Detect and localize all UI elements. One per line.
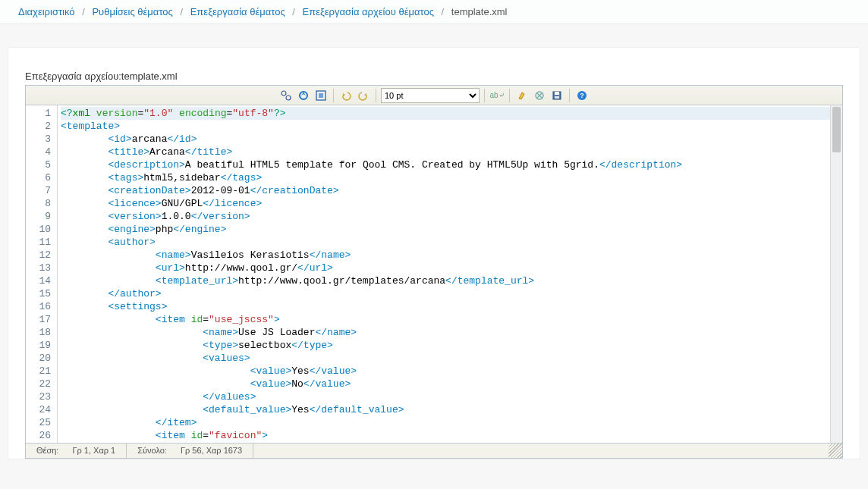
search-icon[interactable] [278,88,294,103]
svg-rect-8 [555,96,559,99]
breadcrumb-current: template.xml [451,6,508,17]
breadcrumb-sep: / [442,6,445,17]
status-position: Θέση: Γρ 1, Χαρ 1 [26,444,127,458]
line-number-gutter: 1234567891011121314151617181920212223242… [26,105,58,443]
breadcrumb-link[interactable]: Επεξεργασία αρχείου θέματος [303,6,434,17]
toolbar-separator [333,89,334,102]
highlight-icon[interactable] [514,88,530,103]
undo-icon[interactable] [338,88,354,103]
breadcrumb-sep: / [82,6,85,17]
editor-box: 10 pt ab⤶ ? 1234567891011121314151617181… [25,85,843,459]
breadcrumb-sep: / [292,6,295,17]
toolbar-separator [569,89,570,102]
redo-icon[interactable] [356,88,371,103]
breadcrumb-link[interactable]: Διαχειριστικό [18,6,75,17]
editor-toolbar: 10 pt ab⤶ ? [26,86,842,105]
breadcrumb-link[interactable]: Επεξεργασία θέματος [190,6,285,17]
help-icon[interactable]: ? [574,88,590,103]
svg-point-1 [286,96,291,100]
toolbar-separator [376,89,376,102]
toolbar-separator [484,89,485,102]
status-total-value: Γρ 56, Χαρ 1673 [181,446,242,456]
svg-text:?: ? [580,92,584,99]
svg-rect-7 [555,92,559,95]
editor-statusbar: Θέση: Γρ 1, Χαρ 1 Σύνολο: Γρ 56, Χαρ 167… [26,443,842,458]
toolbar-separator [509,89,510,102]
breadcrumb-sep: / [180,6,183,17]
svg-rect-4 [319,93,323,98]
svg-point-0 [281,91,286,96]
save-icon[interactable] [549,88,565,103]
editor-title: Επεξεργασία αρχείου:template.xml [25,71,843,82]
word-wrap-icon[interactable]: ab⤶ [489,88,505,103]
code-editor[interactable]: 1234567891011121314151617181920212223242… [26,105,842,443]
reset-highlight-icon[interactable] [532,88,547,103]
breadcrumb: Διαχειριστικό / Ρυθμίσεις θέματος / Επεξ… [0,0,868,24]
status-pos-value: Γρ 1, Χαρ 1 [72,446,115,456]
resize-handle-icon[interactable] [829,444,842,458]
status-total: Σύνολο: Γρ 56, Χαρ 1673 [127,444,253,458]
breadcrumb-link[interactable]: Ρυθμίσεις θέματος [92,6,172,17]
vertical-scrollbar[interactable] [830,105,842,443]
main-panel: Επεξεργασία αρχείου:template.xml 10 pt [8,47,860,459]
fullscreen-icon[interactable] [313,88,329,103]
font-size-select[interactable]: 10 pt [381,88,480,103]
status-pos-label: Θέση: [36,446,58,456]
code-content[interactable]: <?xml version="1.0" encoding="utf-8"?><t… [58,105,842,443]
goto-line-icon[interactable] [296,88,311,103]
status-total-label: Σύνολο: [137,446,167,456]
